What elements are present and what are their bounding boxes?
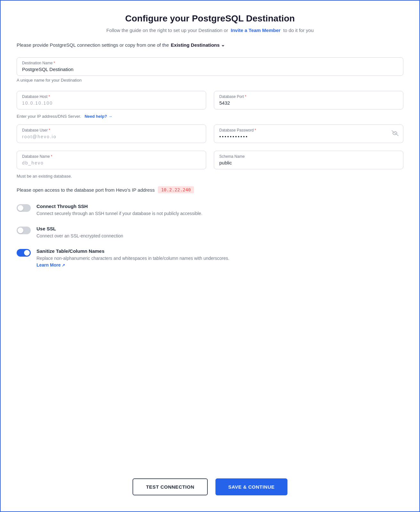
database-password-input[interactable] xyxy=(219,134,398,139)
database-port-input[interactable] xyxy=(219,100,398,106)
schema-name-label: Schema Name xyxy=(219,154,398,159)
sanitize-slider xyxy=(17,249,31,257)
ssl-toggle[interactable] xyxy=(17,227,31,234)
ssh-toggle[interactable] xyxy=(17,204,31,212)
external-link-icon: ↗ xyxy=(62,263,65,268)
test-connection-button[interactable]: TEST CONNECTION xyxy=(133,478,208,495)
schema-name-input[interactable] xyxy=(219,160,398,165)
existing-destinations-prefix: Please provide PostgreSQL connection set… xyxy=(17,42,169,48)
destination-name-group: Destination Name * A unique name for you… xyxy=(17,57,403,88)
ssh-slider xyxy=(17,204,31,212)
database-host-input[interactable] xyxy=(22,100,201,106)
database-name-hint: Must be an existing database. xyxy=(17,174,403,179)
password-toggle-icon[interactable] xyxy=(392,130,399,137)
ip-section-text: Please open access to the database port … xyxy=(17,187,155,193)
arrow-right-icon: → xyxy=(108,114,112,119)
database-host-required: * xyxy=(48,94,50,99)
ssl-toggle-desc: Connect over an SSL-encrypted connection xyxy=(36,233,403,239)
database-password-container: Database Password * xyxy=(214,124,403,143)
need-help-link[interactable]: Need help? → xyxy=(84,114,112,119)
subtitle-after: to do it for you xyxy=(283,28,314,33)
ssh-toggle-desc: Connect securely through an SSH tunnel i… xyxy=(36,210,403,217)
sanitize-toggle-desc: Replace non-alphanumeric characters and … xyxy=(36,255,403,268)
ip-section: Please open access to the database port … xyxy=(17,186,403,193)
sanitize-toggle-title: Sanitize Table/Column Names xyxy=(36,248,403,254)
page-wrapper: Configure your PostgreSQL Destination Fo… xyxy=(0,0,420,512)
invite-team-member-link[interactable]: Invite a Team Member xyxy=(231,28,281,33)
destination-name-input[interactable] xyxy=(22,67,398,72)
button-row: TEST CONNECTION SAVE & CONTINUE xyxy=(17,469,403,495)
database-name-container: Database Name * xyxy=(17,151,206,169)
database-password-wrap: Database Password * xyxy=(214,124,403,143)
user-password-row: Database User * Database Password * xyxy=(17,124,403,143)
database-host-label: Database Host * xyxy=(22,94,201,99)
database-name-wrap: Database Name * xyxy=(17,151,206,169)
database-password-required: * xyxy=(254,128,256,132)
save-continue-button[interactable]: SAVE & CONTINUE xyxy=(215,478,287,495)
subtitle-before: Follow the guide on the right to set up … xyxy=(106,28,228,33)
destination-name-label: Destination Name * xyxy=(22,61,398,65)
ssl-toggle-content: Use SSL Connect over an SSL-encrypted co… xyxy=(36,226,403,239)
database-user-label: Database User * xyxy=(22,128,201,132)
database-port-container: Database Port * xyxy=(214,91,403,109)
ip-address-badge: 10.2.22.240 xyxy=(158,186,194,193)
ssh-toggle-title: Connect Through SSH xyxy=(36,204,403,209)
database-password-label: Database Password * xyxy=(219,128,398,132)
database-host-hint: Enter your IP address/DNS Server. Need h… xyxy=(17,114,403,119)
ssh-toggle-content: Connect Through SSH Connect securely thr… xyxy=(36,204,403,217)
database-user-input[interactable] xyxy=(22,134,201,139)
database-name-input[interactable] xyxy=(22,160,201,165)
learn-more-link[interactable]: Learn More ↗ xyxy=(36,262,65,268)
form-section: Destination Name * A unique name for you… xyxy=(17,57,403,277)
database-host-wrap: Database Host * xyxy=(17,91,206,109)
existing-destinations-label: Existing Destinations xyxy=(171,42,220,48)
database-port-label: Database Port * xyxy=(219,94,398,99)
ssl-toggle-title: Use SSL xyxy=(36,226,403,231)
sanitize-toggle-content: Sanitize Table/Column Names Replace non-… xyxy=(36,248,403,268)
schema-name-wrap: Schema Name xyxy=(214,151,403,169)
database-port-required: * xyxy=(245,94,246,99)
destination-name-hint: A unique name for your Destination xyxy=(17,78,403,83)
database-user-wrap: Database User * xyxy=(17,124,206,143)
existing-destinations-row: Please provide PostgreSQL connection set… xyxy=(17,42,403,48)
host-port-row: Database Host * Database Port * xyxy=(17,91,403,109)
chevron-down-icon: ⌄ xyxy=(221,42,225,48)
schema-name-container: Schema Name xyxy=(214,151,403,169)
database-name-required: * xyxy=(51,154,52,159)
sanitize-toggle[interactable] xyxy=(17,249,31,257)
ssl-toggle-row: Use SSL Connect over an SSL-encrypted co… xyxy=(17,226,403,239)
destination-name-container: Destination Name * xyxy=(17,57,403,76)
ssh-toggle-row: Connect Through SSH Connect securely thr… xyxy=(17,204,403,217)
database-user-required: * xyxy=(49,128,50,132)
sanitize-toggle-row: Sanitize Table/Column Names Replace non-… xyxy=(17,248,403,268)
database-port-wrap: Database Port * xyxy=(214,91,403,109)
destination-name-required: * xyxy=(53,61,55,65)
existing-destinations-dropdown[interactable]: Existing Destinations ⌄ xyxy=(171,42,225,48)
subtitle: Follow the guide on the right to set up … xyxy=(17,28,403,33)
database-name-label: Database Name * xyxy=(22,154,201,159)
dbname-schema-row: Database Name * Schema Name xyxy=(17,151,403,169)
database-host-container: Database Host * xyxy=(17,91,206,109)
ssl-slider xyxy=(17,227,31,234)
page-title: Configure your PostgreSQL Destination xyxy=(17,13,403,24)
database-user-container: Database User * xyxy=(17,124,206,143)
